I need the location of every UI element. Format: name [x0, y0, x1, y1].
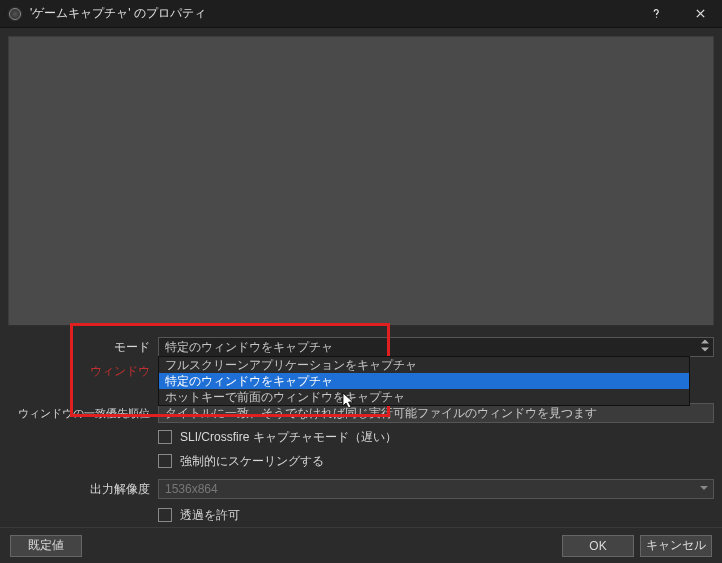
ok-button[interactable]: OK — [562, 535, 634, 557]
transparent-checkbox[interactable] — [158, 508, 172, 522]
priority-select[interactable]: タイトルに一致、そうでなければ同じ実行可能ファイルのウィンドウを見つます — [158, 403, 714, 423]
mode-option[interactable]: フルスクリーンアプリケーションをキャプチャ — [159, 357, 689, 373]
footer: 既定値 OK キャンセル — [0, 527, 722, 563]
force-scale-checkbox[interactable] — [158, 454, 172, 468]
titlebar: 'ゲームキャプチャ' のプロパティ — [0, 0, 722, 28]
chevron-updown-icon — [701, 340, 709, 355]
mode-dropdown[interactable]: フルスクリーンアプリケーションをキャプチャ 特定のウィンドウをキャプチャ ホット… — [158, 356, 690, 406]
resolution-select: 1536x864 — [158, 479, 714, 499]
window-title: 'ゲームキャプチャ' のプロパティ — [30, 5, 634, 22]
sli-checkbox[interactable] — [158, 430, 172, 444]
sli-checkbox-label: SLI/Crossfire キャプチャモード（遅い） — [180, 429, 397, 446]
close-button[interactable] — [678, 0, 722, 28]
mode-select-value: 特定のウィンドウをキャプチャ — [165, 339, 333, 356]
mode-label: モード — [8, 339, 158, 356]
mode-option[interactable]: 特定のウィンドウをキャプチャ — [159, 373, 689, 389]
window-label: ウィンドウ — [8, 363, 158, 380]
priority-select-value: タイトルに一致、そうでなければ同じ実行可能ファイルのウィンドウを見つます — [165, 405, 597, 422]
mode-select[interactable]: 特定のウィンドウをキャプチャ — [158, 337, 714, 357]
defaults-button[interactable]: 既定値 — [10, 535, 82, 557]
cancel-button[interactable]: キャンセル — [640, 535, 712, 557]
chevron-down-icon — [699, 482, 709, 496]
app-icon — [6, 5, 24, 23]
priority-label: ウィンドウの一致優先順位 — [8, 406, 158, 421]
transparent-checkbox-label: 透過を許可 — [180, 507, 240, 524]
svg-point-0 — [655, 17, 656, 18]
resolution-select-value: 1536x864 — [165, 482, 218, 496]
preview-area — [8, 36, 714, 326]
resolution-label: 出力解像度 — [8, 481, 158, 498]
mode-option[interactable]: ホットキーで前面のウィンドウをキャプチャ — [159, 389, 689, 405]
force-scale-checkbox-label: 強制的にスケーリングする — [180, 453, 324, 470]
help-button[interactable] — [634, 0, 678, 28]
